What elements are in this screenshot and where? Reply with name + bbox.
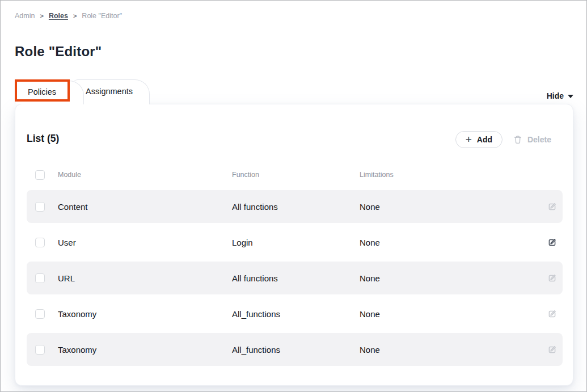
edit-icon[interactable] bbox=[538, 202, 563, 212]
app-window: Admin > Roles > Role "Editor" Role "Edit… bbox=[0, 0, 587, 392]
edit-icon[interactable] bbox=[538, 345, 563, 355]
edit-icon[interactable] bbox=[538, 309, 563, 319]
edit-icon[interactable] bbox=[538, 238, 563, 247]
tab-policies-label: Policies bbox=[28, 87, 56, 96]
row-checkbox[interactable] bbox=[35, 345, 45, 355]
cell-module: URL bbox=[58, 273, 232, 283]
row-checkbox[interactable] bbox=[35, 238, 45, 247]
cell-module: Content bbox=[58, 202, 232, 212]
list-title: List (5) bbox=[27, 133, 59, 145]
cell-function: Login bbox=[232, 238, 360, 247]
column-header-module: Module bbox=[58, 171, 232, 179]
breadcrumb-item-roles[interactable]: Roles bbox=[49, 12, 68, 20]
edit-icon[interactable] bbox=[538, 273, 563, 283]
plus-icon: + bbox=[466, 134, 472, 145]
cell-limitations: None bbox=[360, 309, 538, 319]
add-button-label: Add bbox=[477, 135, 492, 144]
cell-function: All_functions bbox=[232, 345, 360, 355]
delete-button-label: Delete bbox=[527, 135, 551, 144]
row-checkbox[interactable] bbox=[35, 309, 45, 319]
cell-module: Taxonomy bbox=[58, 345, 232, 355]
cell-limitations: None bbox=[360, 273, 538, 283]
breadcrumb: Admin > Roles > Role "Editor" bbox=[15, 12, 122, 20]
select-all-checkbox[interactable] bbox=[35, 170, 45, 180]
row-checkbox[interactable] bbox=[35, 273, 45, 283]
table-body: Content All functions None User Login No… bbox=[27, 190, 563, 366]
cell-limitations: None bbox=[360, 202, 538, 212]
cell-function: All functions bbox=[232, 202, 360, 212]
table-row: User Login None bbox=[27, 226, 563, 259]
cell-function: All functions bbox=[232, 273, 360, 283]
breadcrumb-item-current: Role "Editor" bbox=[82, 12, 122, 20]
cell-limitations: None bbox=[360, 345, 538, 355]
cell-limitations: None bbox=[360, 238, 538, 247]
column-header-limitations: Limitations bbox=[360, 171, 538, 179]
page-title: Role "Editor" bbox=[15, 44, 102, 60]
tab-assignments-label: Assignments bbox=[86, 87, 133, 96]
hide-toggle[interactable]: Hide bbox=[547, 91, 573, 100]
hide-toggle-label: Hide bbox=[547, 91, 564, 100]
policies-panel: List (5) + Add Delete Module Function Li… bbox=[15, 104, 573, 386]
table-row: Taxonomy All_functions None bbox=[27, 333, 563, 366]
tab-policies[interactable]: Policies bbox=[15, 81, 84, 104]
column-header-function: Function bbox=[232, 171, 360, 179]
breadcrumb-item-admin: Admin bbox=[15, 12, 35, 20]
row-checkbox[interactable] bbox=[35, 202, 45, 212]
table-header-row: Module Function Limitations bbox=[27, 168, 563, 181]
add-button[interactable]: + Add bbox=[455, 131, 502, 148]
trash-icon bbox=[513, 135, 522, 144]
cell-function: All_functions bbox=[232, 309, 360, 319]
breadcrumb-separator: > bbox=[73, 12, 77, 19]
breadcrumb-separator: > bbox=[40, 12, 43, 19]
caret-down-icon bbox=[568, 95, 573, 98]
table-row: Taxonomy All_functions None bbox=[27, 297, 563, 330]
policies-table: Module Function Limitations Content All … bbox=[27, 168, 563, 369]
delete-button[interactable]: Delete bbox=[513, 133, 551, 146]
cell-module: Taxonomy bbox=[58, 309, 232, 319]
tab-assignments[interactable]: Assignments bbox=[73, 79, 150, 104]
table-row: URL All functions None bbox=[27, 262, 563, 294]
cell-module: User bbox=[58, 238, 232, 247]
table-row: Content All functions None bbox=[27, 190, 563, 223]
